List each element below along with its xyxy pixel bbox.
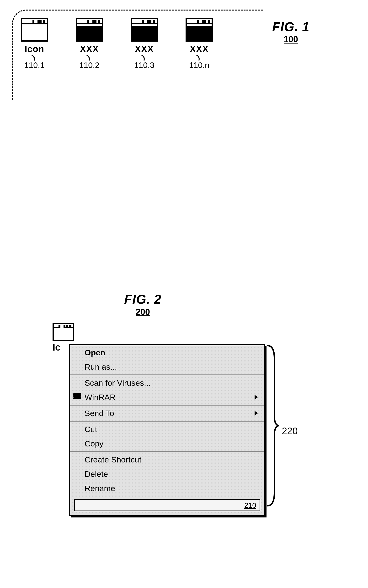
leader-line [31,55,38,61]
menu-separator [70,421,264,422]
fig2-number: 200 [124,307,161,317]
fig2-heading: FIG. 2 [124,292,161,307]
menu-item-label: Scan for Viruses... [84,378,259,388]
icon-ref-number: 110.n [189,60,209,70]
icon-label: XXX [190,44,209,54]
desktop-icon[interactable]: Icon110.1 [18,18,51,93]
window-icon [53,323,74,341]
fig2-panel: Ic OpenRun as...Scan for Viruses...WinRA… [55,323,275,353]
menu-separator [70,375,264,375]
icon-ref-number: 110.1 [24,60,44,70]
desktop-icon[interactable]: XXX110.3 [128,18,161,93]
menu-item-label: Cut [84,425,259,434]
context-menu: OpenRun as...Scan for Viruses...WinRARSe… [69,344,265,516]
books-icon [73,394,82,401]
desktop-icon[interactable]: XXX110.n [183,18,216,93]
fig2-caption: FIG. 2 200 [124,292,161,317]
icon-label-clipped: Ic [53,342,65,353]
icon-label: XXX [135,44,154,54]
menu-item[interactable]: Scan for Viruses... [70,376,264,390]
menu-item[interactable]: WinRAR [70,390,264,404]
menu-item-icon-slot [70,394,84,401]
menu-ref-number: 220 [282,426,298,436]
window-icon [131,18,158,42]
fig1-number: 100 [272,34,310,45]
icon-label: XXX [80,44,99,54]
menu-separator [70,405,264,405]
icon-label: Icon [25,44,44,54]
menu-item[interactable]: Create Shortcut [70,453,264,467]
window-icon [185,18,213,42]
menu-item-label: Create Shortcut [84,455,259,464]
menu-item[interactable]: Send To [70,406,264,420]
icon-ref-number: 110.2 [79,60,99,70]
footer-ref-number: 210 [244,501,256,509]
menu-item[interactable]: Delete [70,467,264,481]
fig1-heading: FIG. 1 [272,19,310,34]
fig1-caption: FIG. 1 100 [272,19,310,45]
brace-icon [266,344,280,507]
menu-item-label: WinRAR [84,393,255,402]
desktop-icon[interactable]: XXX110.2 [73,18,106,93]
menu-item[interactable]: Rename [70,481,264,495]
menu-separator [70,451,264,452]
menu-item[interactable]: Cut [70,422,264,436]
menu-item[interactable]: Copy [70,436,264,451]
menu-item-label: Send To [84,409,255,418]
menu-item-label: Open [84,348,259,357]
leader-line [196,55,203,61]
menu-item[interactable]: Run as... [70,360,264,374]
window-icon [21,18,48,42]
context-menu-footer: 210 [74,499,260,511]
menu-item[interactable]: Open [70,345,264,360]
menu-item-label: Copy [84,439,259,448]
menu-item-label: Rename [84,484,259,493]
window-icon [76,18,103,42]
leader-line [141,55,148,61]
menu-item-label: Run as... [84,362,259,372]
menu-item-label: Delete [84,469,259,479]
fig1-panel: Icon110.1XXX110.2XXX110.3XXX110.n [12,10,263,100]
leader-line [86,55,93,61]
icon-ref-number: 110.3 [134,60,154,70]
